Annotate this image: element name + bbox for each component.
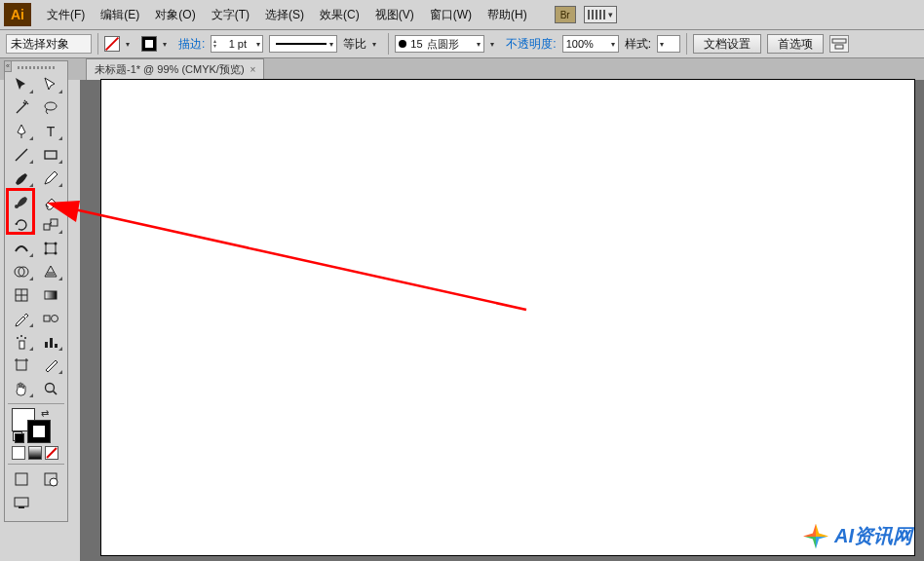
menu-window[interactable]: 窗口(W) <box>422 3 480 27</box>
style-label: 样式: <box>625 36 651 53</box>
pencil-tool[interactable] <box>37 168 64 189</box>
svg-rect-31 <box>17 360 26 370</box>
gradient-tool[interactable] <box>37 284 64 306</box>
mesh-tool[interactable] <box>8 284 35 306</box>
options-bar: 未选择对象 ▾ ▾ 描边: 1 pt 等比 ▾ 15 点圆形 ▾ 不透明度: 1… <box>0 30 924 58</box>
artboard-tool[interactable] <box>8 355 35 376</box>
bridge-icon[interactable]: Br <box>555 6 576 23</box>
eyedropper-tool[interactable] <box>8 308 35 329</box>
magic-wand-tool[interactable] <box>8 97 35 119</box>
opacity-dropdown[interactable]: 100% <box>562 35 619 53</box>
shape-builder-tool[interactable] <box>8 261 35 282</box>
paintbrush-tool[interactable] <box>8 168 35 189</box>
stroke-weight-dropdown[interactable]: 1 pt <box>211 35 263 53</box>
selection-state: 未选择对象 <box>6 34 92 54</box>
svg-rect-6 <box>45 151 57 159</box>
color-mode-solid[interactable] <box>12 446 25 460</box>
rectangle-tool[interactable] <box>37 144 64 166</box>
lasso-tool[interactable] <box>37 97 64 119</box>
type-tool[interactable]: T <box>37 121 64 142</box>
panel-grip[interactable] <box>8 63 64 71</box>
menu-edit[interactable]: 编辑(E) <box>93 3 147 27</box>
tools-panel: « T ⇄ <box>4 60 68 522</box>
brush-dot-icon <box>399 40 406 48</box>
document-tab[interactable]: 未标题-1* @ 99% (CMYK/预览) × <box>86 58 264 80</box>
line-tool[interactable] <box>8 144 35 166</box>
fill-swatch[interactable] <box>104 36 120 52</box>
svg-rect-11 <box>46 243 56 253</box>
tab-close-icon[interactable]: × <box>250 64 256 75</box>
tab-label: 未标题-1* @ 99% (CMYK/预览) <box>95 62 245 77</box>
proportion-dropdown-icon[interactable]: ▾ <box>372 40 382 49</box>
selection-tool[interactable] <box>8 74 35 95</box>
svg-point-25 <box>17 337 19 339</box>
artboard[interactable] <box>101 80 914 555</box>
menu-object[interactable]: 对象(O) <box>147 3 203 27</box>
stroke-profile-dropdown[interactable] <box>269 35 337 53</box>
default-fill-stroke-icon[interactable] <box>13 431 24 443</box>
svg-rect-41 <box>15 498 28 506</box>
stroke-dropdown-icon[interactable]: ▾ <box>163 40 173 49</box>
perspective-tool[interactable] <box>37 261 64 282</box>
rotate-tool[interactable] <box>8 214 35 236</box>
separator <box>388 33 389 55</box>
align-icon[interactable] <box>829 35 849 53</box>
canvas-area[interactable] <box>80 80 924 561</box>
brush-more-icon[interactable]: ▾ <box>490 40 500 49</box>
free-transform-tool[interactable] <box>37 238 64 259</box>
svg-line-37 <box>54 392 58 395</box>
screen-mode-options[interactable] <box>37 492 64 513</box>
blob-brush-tool[interactable] <box>8 191 35 212</box>
screen-mode[interactable] <box>8 492 35 513</box>
svg-point-36 <box>46 384 55 393</box>
svg-point-3 <box>45 102 57 110</box>
svg-rect-29 <box>50 338 53 348</box>
watermark-text: AI资讯网 <box>834 523 912 549</box>
blend-tool[interactable] <box>37 308 64 329</box>
menu-type[interactable]: 文字(T) <box>204 3 257 27</box>
zoom-tool[interactable] <box>37 378 64 399</box>
color-mode-gradient[interactable] <box>28 446 42 460</box>
svg-rect-8 <box>44 224 50 230</box>
separator <box>97 33 98 55</box>
stroke-swatch[interactable] <box>141 36 157 52</box>
column-graph-tool[interactable] <box>37 331 64 353</box>
draw-behind-mode[interactable] <box>37 468 64 490</box>
stroke-color[interactable] <box>27 420 51 443</box>
brush-name: 点圆形 <box>427 37 459 52</box>
menu-view[interactable]: 视图(V) <box>367 3 422 27</box>
style-dropdown[interactable] <box>657 35 680 53</box>
menu-effect[interactable]: 效果(C) <box>312 3 367 27</box>
menu-select[interactable]: 选择(S) <box>257 3 312 27</box>
width-tool[interactable] <box>8 238 35 259</box>
preferences-button[interactable]: 首选项 <box>767 34 824 54</box>
svg-line-5 <box>16 149 27 161</box>
fill-dropdown-icon[interactable]: ▾ <box>126 40 135 49</box>
svg-text:T: T <box>47 124 56 139</box>
arrange-docs-icon[interactable] <box>584 6 617 23</box>
draw-normal-mode[interactable] <box>8 468 35 490</box>
brush-size: 15 <box>410 38 422 50</box>
svg-point-27 <box>24 337 26 339</box>
document-setup-button[interactable]: 文档设置 <box>693 34 761 54</box>
scale-tool[interactable] <box>37 214 64 236</box>
pen-tool[interactable] <box>8 121 35 142</box>
fill-stroke-control[interactable]: ⇄ <box>12 408 51 443</box>
color-mode-none[interactable] <box>45 446 58 460</box>
swap-fill-stroke-icon[interactable]: ⇄ <box>41 408 49 419</box>
eraser-tool[interactable] <box>37 191 64 212</box>
svg-point-40 <box>50 478 58 486</box>
slice-tool[interactable] <box>37 355 64 376</box>
brush-dropdown[interactable]: 15 点圆形 <box>395 35 484 53</box>
svg-rect-30 <box>55 344 58 348</box>
panel-collapse-icon[interactable]: « <box>4 60 12 72</box>
symbol-sprayer-tool[interactable] <box>8 331 35 353</box>
hand-tool[interactable] <box>8 378 35 399</box>
svg-point-7 <box>15 205 19 208</box>
direct-selection-tool[interactable] <box>37 74 64 95</box>
menu-bar: Ai 文件(F) 编辑(E) 对象(O) 文字(T) 选择(S) 效果(C) 视… <box>0 0 924 30</box>
svg-point-12 <box>45 243 48 245</box>
svg-point-2 <box>25 101 27 103</box>
menu-help[interactable]: 帮助(H) <box>480 3 535 27</box>
menu-file[interactable]: 文件(F) <box>39 3 93 27</box>
